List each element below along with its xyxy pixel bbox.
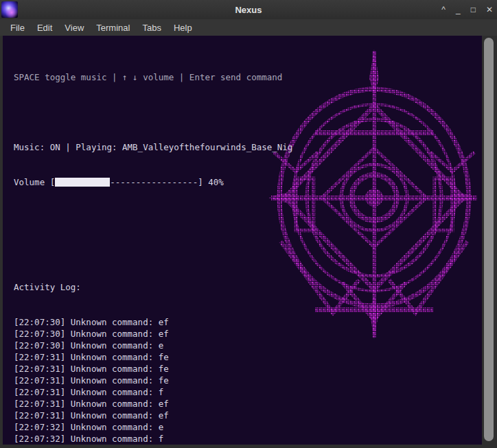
activity-log-list: [22:07:30] Unknown command: ef[22:07:30]…	[14, 316, 292, 445]
log-entry: [22:07:31] Unknown command: f	[14, 386, 292, 398]
log-entry: [22:07:31] Unknown command: fe	[14, 363, 292, 375]
log-entry: [22:07:30] Unknown command: ef	[14, 328, 292, 340]
nexus-sigil-ascii-art	[262, 44, 482, 346]
menubar: File Edit View Terminal Tabs Help	[0, 19, 497, 36]
music-status-line: Music: ON | Playing: AMB_Valleyofthefour…	[14, 141, 292, 153]
blank-line	[14, 246, 292, 258]
menu-tabs[interactable]: Tabs	[136, 23, 167, 33]
menu-view[interactable]: View	[58, 23, 90, 33]
volume-bar-fill[interactable]	[55, 178, 110, 187]
log-entry: [22:07:30] Unknown command: e	[14, 340, 292, 351]
log-entry: [22:07:31] Unknown command: ef	[14, 410, 292, 421]
log-entry: [22:07:31] Unknown command: fe	[14, 351, 292, 363]
scrollbar[interactable]	[482, 36, 497, 445]
menu-terminal[interactable]: Terminal	[90, 23, 136, 33]
volume-label: Volume [	[14, 177, 55, 187]
menu-help[interactable]: Help	[167, 23, 198, 33]
blank-line	[14, 106, 292, 118]
volume-bar-empty[interactable]: -----------------	[110, 177, 198, 187]
titlebar[interactable]: Nexus ^ _ □ ✕	[0, 0, 497, 19]
log-entry: [22:07:30] Unknown command: ef	[14, 316, 292, 328]
window-title: Nexus	[235, 5, 262, 15]
volume-percent: ] 40%	[198, 177, 224, 187]
window-controls: ^ _ □ ✕	[441, 0, 493, 19]
terminal-text: SPACE toggle music | ↑ ↓ volume | Enter …	[14, 48, 292, 445]
menu-file[interactable]: File	[4, 23, 31, 33]
shade-button[interactable]: ^	[441, 0, 446, 19]
window-icon	[1, 1, 18, 18]
log-entry: [22:07:32] Unknown command: e	[14, 421, 292, 433]
log-entry: [22:07:32] Unknown command: f	[14, 433, 292, 445]
help-line: SPACE toggle music | ↑ ↓ volume | Enter …	[14, 71, 292, 83]
maximize-button[interactable]: □	[471, 0, 476, 19]
activity-log-title: Activity Log:	[14, 281, 292, 293]
scrollbar-thumb[interactable]	[484, 38, 494, 441]
log-entry: [22:07:31] Unknown command: ef	[14, 398, 292, 410]
window-bottom-border	[0, 445, 497, 448]
terminal-viewport[interactable]: SPACE toggle music | ↑ ↓ volume | Enter …	[3, 36, 482, 445]
minimize-button[interactable]: _	[456, 0, 461, 19]
close-button[interactable]: ✕	[486, 0, 493, 19]
volume-line: Volume [-----------------] 40%	[14, 176, 292, 188]
log-entry: [22:07:31] Unknown command: fe	[14, 375, 292, 386]
menu-edit[interactable]: Edit	[31, 23, 58, 33]
blank-line	[14, 211, 292, 223]
